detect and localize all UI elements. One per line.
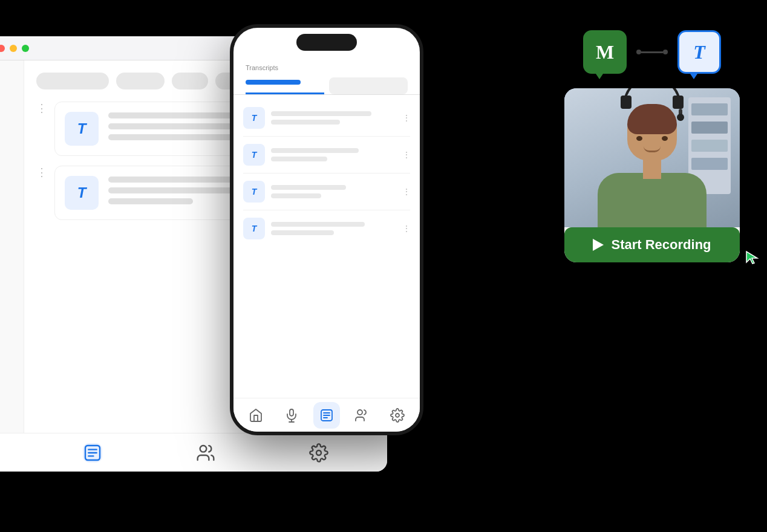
phone-nav-team[interactable]: [348, 402, 375, 429]
home-icon: [249, 408, 263, 423]
phone-item-more-4[interactable]: ⋮: [402, 224, 410, 233]
app-icons-row: M T: [549, 30, 755, 74]
svg-point-13: [357, 410, 362, 415]
desktop-sidebar: [0, 60, 24, 472]
phone-t-icon-1: T: [252, 113, 257, 123]
phone-sk-title-4: [271, 222, 365, 227]
phone-sk-sub-2: [271, 157, 327, 161]
settings-icon: [390, 408, 405, 423]
person-neck: [643, 158, 661, 179]
phone-nav-settings[interactable]: [384, 402, 411, 429]
person-torso: [598, 173, 707, 227]
video-card: Start Recording: [564, 88, 740, 262]
phone-item-more-3[interactable]: ⋮: [402, 187, 410, 196]
phone-item-more-1[interactable]: ⋮: [402, 113, 410, 123]
t-logo-icon-2: T: [77, 184, 86, 201]
shelf-row-4: [691, 158, 728, 170]
phone-transcript-list: T ⋮ T ⋮: [233, 100, 420, 398]
phone-list-item-3[interactable]: T ⋮: [243, 174, 410, 210]
phone-nav-home[interactable]: [243, 402, 269, 429]
phone-item-text-4: [271, 222, 396, 235]
phone-item-text-3: [271, 185, 396, 198]
meet-letter: M: [596, 41, 614, 63]
phone-item-icon-4: T: [243, 218, 265, 239]
phone-list-item-4[interactable]: T ⋮: [243, 210, 410, 247]
headset-left: [621, 96, 632, 109]
phone-sk-title-1: [271, 111, 371, 116]
minimize-dot[interactable]: [10, 45, 17, 52]
t-logo-icon: T: [77, 120, 86, 137]
phone-screen: Transcripts T: [233, 28, 420, 432]
shelf-row-2: [691, 122, 728, 134]
transcription-letter: T: [693, 41, 705, 63]
phone-item-more-2[interactable]: ⋮: [402, 150, 410, 160]
phone-item-icon-3: T: [243, 181, 265, 203]
svg-rect-6: [290, 409, 293, 416]
connector-dot-left: [636, 50, 641, 54]
phone-item-icon-1: T: [243, 107, 265, 129]
active-tab-indicator: [246, 80, 301, 85]
start-recording-button[interactable]: Start Recording: [564, 227, 740, 262]
svg-marker-15: [746, 251, 757, 264]
skeleton-meta-2: [108, 198, 193, 204]
phone-sk-title-2: [271, 148, 359, 153]
svg-point-5: [316, 450, 321, 455]
phone-sk-sub-4: [271, 230, 334, 235]
desktop-bottom-nav: [0, 433, 387, 472]
mic-head: [677, 114, 684, 121]
transcription-app-icon: T: [677, 30, 721, 74]
eye-right: [662, 136, 668, 141]
shelf-row-3: [691, 140, 728, 152]
desktop-nav-team[interactable]: [196, 443, 215, 462]
phone-item-text-1: [271, 111, 396, 125]
person-hair: [627, 104, 677, 134]
mic-icon: [284, 408, 299, 423]
desktop-nav-settings[interactable]: [309, 443, 328, 462]
phone-t-icon-2: T: [252, 150, 257, 160]
connector-bar: [641, 51, 663, 53]
shelf-row-1: [691, 103, 728, 115]
mic-boom: [679, 109, 682, 121]
maximize-dot[interactable]: [22, 45, 29, 52]
transcript-icon-box: T: [65, 112, 99, 146]
filter-pill-2: [116, 73, 165, 89]
svg-point-4: [200, 446, 207, 452]
transcript-icon-box-2: T: [65, 176, 99, 210]
play-icon: [593, 239, 604, 251]
phone-list-item-1[interactable]: T ⋮: [243, 100, 410, 137]
person-eyes: [636, 135, 668, 141]
phone-notch: [296, 34, 357, 51]
close-dot[interactable]: [0, 45, 5, 52]
inactive-tab[interactable]: [329, 77, 408, 94]
transcripts-icon: [319, 408, 334, 423]
meet-app-icon: M: [583, 30, 627, 74]
desktop-nav-transcripts[interactable]: [83, 443, 102, 462]
item-dots-icon[interactable]: ⋮: [36, 102, 46, 115]
phone-list-item-2[interactable]: T ⋮: [243, 137, 410, 174]
phone-body: Transcripts T: [230, 24, 423, 435]
filter-pill-1: [36, 73, 109, 89]
phone-screen-title: Transcripts: [246, 64, 408, 71]
connector: [636, 50, 668, 54]
phone-nav-transcripts[interactable]: [313, 402, 340, 429]
phone-sk-title-3: [271, 185, 346, 190]
cursor-indicator: [744, 249, 761, 268]
eye-left: [636, 136, 642, 141]
video-area: [564, 88, 740, 227]
skeleton-meta: [108, 134, 237, 140]
phone-item-icon-2: T: [243, 144, 265, 166]
phone-t-icon-3: T: [252, 187, 257, 196]
person-smile: [644, 146, 661, 152]
phone-device: Transcripts T: [230, 24, 423, 435]
item-dots-icon-2[interactable]: ⋮: [36, 166, 46, 179]
person-head: [627, 104, 677, 161]
phone-sk-sub-3: [271, 193, 321, 198]
phone-header: Transcripts: [233, 58, 420, 94]
phone-t-icon-4: T: [252, 224, 257, 233]
phone-nav-mic[interactable]: [278, 402, 305, 429]
phone-bottom-nav: [233, 398, 420, 432]
phone-tab-bar: [246, 77, 408, 94]
right-panel: M T: [549, 30, 755, 262]
headset-right: [673, 96, 684, 109]
connector-dot-right: [663, 50, 668, 54]
